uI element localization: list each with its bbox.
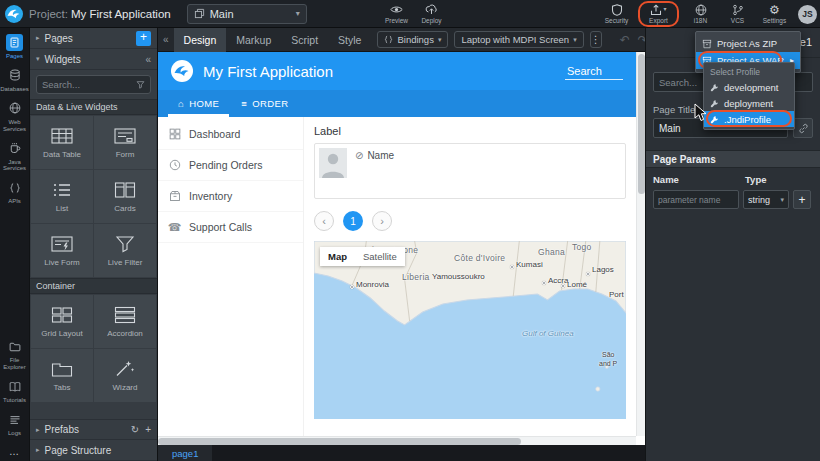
- deploy-button[interactable]: Deploy: [416, 3, 447, 25]
- map-label-gulf-of-guinea: Gulf of Guinea: [522, 329, 574, 338]
- wavemaker-logo-icon[interactable]: [4, 4, 24, 24]
- widget-tile-data-table[interactable]: Data Table: [31, 116, 93, 169]
- undo-icon[interactable]: ↶: [620, 33, 630, 47]
- collapse-panel-icon[interactable]: «: [145, 54, 151, 65]
- api-braces-icon: [6, 179, 23, 196]
- menu-item-pending-orders[interactable]: Pending Orders: [158, 150, 303, 181]
- vcs-button[interactable]: VCS: [722, 4, 753, 25]
- widget-tile-accordion[interactable]: Accordion: [94, 295, 156, 348]
- rail-more-icon[interactable]: …: [9, 446, 20, 457]
- rail-label: Pages: [6, 53, 23, 60]
- topbar: Project:My First Application Main ▾ Prev…: [0, 0, 820, 28]
- map-button[interactable]: Map: [320, 247, 355, 266]
- widgets-section-header[interactable]: ▾ Widgets «: [30, 49, 157, 70]
- bindings-button[interactable]: Bindings ▾: [377, 31, 448, 48]
- rail-item-apis[interactable]: APIs: [0, 179, 30, 205]
- refresh-prefabs-icon[interactable]: ↻: [131, 424, 139, 435]
- user-avatar[interactable]: JS: [798, 5, 817, 24]
- rail-item-logs[interactable]: Logs: [0, 411, 30, 437]
- filter-icon[interactable]: [136, 80, 145, 89]
- settings-button[interactable]: ⚙ Settings: [759, 4, 790, 25]
- collapse-left-icon[interactable]: «: [158, 34, 174, 45]
- page-structure-section-header[interactable]: ▸ Page Structure: [30, 440, 157, 461]
- widget-tile-tabs[interactable]: Tabs: [31, 349, 93, 402]
- rail-item-java-services[interactable]: Java Services: [0, 140, 30, 173]
- widget-label: Tabs: [54, 383, 71, 392]
- satellite-button[interactable]: Satellite: [355, 247, 405, 266]
- java-cup-icon: [6, 140, 23, 157]
- pages-icon: [6, 34, 23, 51]
- widget-tile-wizard[interactable]: Wizard: [94, 349, 156, 402]
- page-tab-page1[interactable]: page1: [158, 445, 212, 461]
- menu-item-support-calls[interactable]: ☎ Support Calls: [158, 212, 303, 243]
- data-live-widgets-grid: Data Table Form List Cards Live Form Liv…: [30, 115, 157, 278]
- add-param-button[interactable]: +: [793, 190, 811, 209]
- page-tabs-bar: page1: [158, 445, 645, 461]
- page-structure-header-label: Page Structure: [45, 445, 112, 456]
- live-filter-funnel-icon: [114, 235, 136, 253]
- git-branch-icon: [732, 4, 744, 16]
- prefabs-section-header[interactable]: ▸ Prefabs ↻ +: [30, 419, 157, 440]
- security-button[interactable]: Security: [601, 4, 632, 25]
- map-label-ghana: Ghana: [538, 247, 565, 257]
- widget-tile-list[interactable]: List: [31, 170, 93, 223]
- nav-item-home[interactable]: ⌂ HOME: [168, 90, 229, 117]
- submenu-item-label: development: [724, 82, 778, 93]
- rail-item-tutorials[interactable]: Tutorials: [0, 378, 30, 404]
- page-selector-dropdown[interactable]: Main ▾: [187, 4, 307, 24]
- tab-markup[interactable]: Markup: [226, 28, 281, 52]
- tab-style[interactable]: Style: [328, 28, 371, 52]
- more-options-button[interactable]: ⋮: [590, 31, 602, 48]
- app-navbar: ⌂ HOME ≡ ORDER: [158, 90, 645, 117]
- menu-item-dashboard[interactable]: Dashboard: [158, 119, 303, 150]
- widget-label: Data Table: [43, 150, 81, 159]
- triangle-right-icon: ▸: [36, 426, 40, 434]
- submenu-item-jndiprofile[interactable]: .JndiProfile: [704, 111, 794, 127]
- pages-header-label: Pages: [45, 33, 73, 44]
- submenu-item-development[interactable]: development: [704, 79, 794, 95]
- add-page-button[interactable]: +: [136, 31, 151, 46]
- menu-item-project-as-zip[interactable]: Project As ZIP: [696, 35, 800, 52]
- carousel-prev-button[interactable]: ‹: [314, 211, 334, 231]
- app-search-input[interactable]: Search: [565, 63, 623, 80]
- menu-item-inventory[interactable]: Inventory: [158, 181, 303, 212]
- project-name: My First Application: [71, 8, 171, 20]
- name-panel[interactable]: ⊘ Name: [314, 143, 626, 199]
- param-name-input[interactable]: [653, 190, 739, 209]
- carousel-next-button[interactable]: ›: [372, 211, 392, 231]
- pages-section-header[interactable]: ▸ Pages +: [30, 28, 157, 49]
- rail-item-pages[interactable]: Pages: [0, 34, 30, 60]
- tab-script[interactable]: Script: [281, 28, 328, 52]
- tab-design[interactable]: Design: [174, 28, 227, 52]
- widget-tile-grid-layout[interactable]: Grid Layout: [31, 295, 93, 348]
- params-table-header: Name Type: [646, 168, 820, 188]
- col-type: Type: [745, 174, 766, 185]
- rail-item-file-explorer[interactable]: File Explorer: [0, 338, 30, 371]
- preview-button[interactable]: Preview: [381, 3, 412, 25]
- rail-item-web-services[interactable]: Web Services: [0, 100, 30, 133]
- widget-tile-form[interactable]: Form: [94, 116, 156, 169]
- widget-tile-cards[interactable]: Cards: [94, 170, 156, 223]
- carousel-page-indicator[interactable]: 1: [343, 211, 363, 231]
- widget-tile-live-form[interactable]: Live Form: [31, 224, 93, 277]
- vscroll-thumb[interactable]: [638, 54, 645, 194]
- web-services-globe-icon: [6, 100, 23, 117]
- hscroll-thumb[interactable]: [158, 438, 521, 445]
- bindings-label: Bindings: [397, 34, 433, 45]
- map-widget[interactable]: Map Satellite Sierra Leone Monrovia Libe…: [314, 241, 626, 419]
- export-button[interactable]: ▾ Export: [643, 4, 674, 25]
- param-type-select[interactable]: string ▾: [743, 190, 789, 209]
- add-prefab-icon[interactable]: +: [145, 424, 151, 435]
- rail-item-databases[interactable]: Databases: [0, 67, 30, 93]
- bind-link-icon[interactable]: [793, 118, 813, 138]
- canvas-horizontal-scrollbar[interactable]: [158, 436, 636, 445]
- widget-label: Accordion: [107, 329, 143, 338]
- widget-search-input[interactable]: [42, 79, 132, 90]
- submenu-item-deployment[interactable]: deployment: [704, 95, 794, 111]
- canvas-vertical-scrollbar[interactable]: [636, 52, 645, 436]
- data-table-icon: [51, 127, 73, 145]
- nav-item-order[interactable]: ≡ ORDER: [231, 90, 298, 117]
- device-selector-dropdown[interactable]: Laptop with MDPI Screen ▾: [454, 31, 583, 48]
- i18n-button[interactable]: i18N: [685, 4, 716, 25]
- widget-tile-live-filter[interactable]: Live Filter: [94, 224, 156, 277]
